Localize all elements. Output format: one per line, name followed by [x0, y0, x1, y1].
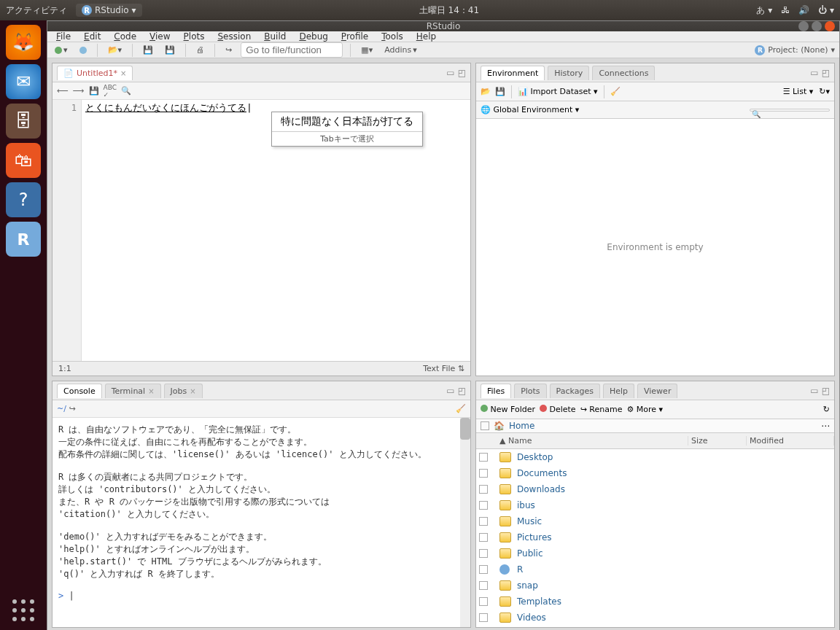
- load-workspace-icon[interactable]: 📂: [481, 87, 491, 96]
- find-icon[interactable]: 🔍: [121, 86, 131, 96]
- minimize-button[interactable]: [798, 21, 809, 31]
- file-row[interactable]: Templates: [476, 594, 834, 610]
- file-name[interactable]: Downloads: [517, 484, 685, 494]
- tab-viewer[interactable]: Viewer: [637, 384, 677, 398]
- menu-edit[interactable]: Edit: [84, 31, 101, 42]
- file-row[interactable]: Music: [476, 513, 834, 529]
- col-modified[interactable]: Modified: [747, 436, 834, 446]
- forward-icon[interactable]: ⟶: [73, 86, 85, 96]
- select-all-checkbox[interactable]: [481, 421, 489, 430]
- clear-workspace-icon[interactable]: 🧹: [610, 87, 621, 96]
- console-output[interactable]: R は、自由なソフトウェアであり、「完全に無保証」です。 一定の条件に従えば、自…: [52, 418, 470, 627]
- file-type-selector[interactable]: Text File ⇅: [423, 364, 464, 373]
- refresh-files-icon[interactable]: ↻: [823, 405, 830, 414]
- file-checkbox[interactable]: [479, 565, 488, 574]
- power-icon[interactable]: ⏻ ▾: [818, 5, 834, 15]
- minimize-pane-icon[interactable]: ▭: [446, 68, 454, 78]
- open-button[interactable]: 📂▾: [105, 44, 125, 56]
- apps-grid-icon[interactable]: [12, 599, 34, 621]
- grid-button[interactable]: ▦▾: [358, 44, 376, 56]
- global-env-selector[interactable]: 🌐 Global Environment ▾: [481, 105, 579, 114]
- list-view-button[interactable]: ☰ List ▾: [783, 87, 814, 96]
- menu-plots[interactable]: Plots: [184, 31, 205, 42]
- addins-menu[interactable]: Addins ▾: [381, 44, 420, 56]
- maximize-pane-icon[interactable]: ◰: [458, 68, 466, 78]
- maximize-pane-icon[interactable]: ◰: [822, 386, 830, 396]
- col-name[interactable]: ▲ Name: [497, 436, 688, 446]
- file-checkbox[interactable]: [479, 613, 488, 622]
- software-icon[interactable]: 🛍: [6, 143, 41, 178]
- file-name[interactable]: R: [517, 564, 685, 575]
- files-icon[interactable]: 🗄: [6, 104, 41, 139]
- tab-connections[interactable]: Connections: [592, 66, 655, 80]
- save-all-button[interactable]: 💾: [162, 44, 178, 56]
- tab-console[interactable]: Console: [57, 384, 102, 398]
- back-icon[interactable]: ⟵: [57, 86, 69, 96]
- env-search-input[interactable]: [750, 109, 830, 112]
- file-row[interactable]: ibus: [476, 497, 834, 513]
- maximize-pane-icon[interactable]: ◰: [822, 68, 830, 78]
- save-source-icon[interactable]: 💾: [89, 86, 99, 96]
- close-button[interactable]: [825, 21, 835, 31]
- new-folder-button[interactable]: New Folder: [481, 405, 535, 414]
- goto-file-input[interactable]: [241, 42, 343, 58]
- rstudio-icon[interactable]: [6, 222, 41, 257]
- ime-candidate[interactable]: 特に問題なく日本語が打てる: [272, 112, 422, 132]
- file-checkbox[interactable]: [479, 533, 488, 542]
- breadcrumb-home[interactable]: Home: [509, 421, 534, 431]
- file-row[interactable]: Desktop: [476, 449, 834, 465]
- tab-help[interactable]: Help: [603, 384, 634, 398]
- activities-button[interactable]: アクティビティ: [6, 4, 67, 17]
- path-menu-icon[interactable]: ⋯: [821, 421, 830, 431]
- source-editor[interactable]: 1 とくにもんだいなくにほんごがうてる| 特に問題なく日本語が打てる Tabキー…: [52, 100, 470, 361]
- tab-files[interactable]: Files: [481, 384, 511, 398]
- home-icon[interactable]: 🏠: [494, 421, 505, 431]
- menu-debug[interactable]: Debug: [299, 31, 327, 42]
- rename-button[interactable]: ↪ Rename: [580, 405, 623, 414]
- maximize-button[interactable]: [812, 21, 822, 31]
- file-name[interactable]: Public: [517, 548, 685, 559]
- menu-file[interactable]: File: [56, 31, 71, 42]
- more-button[interactable]: ⚙ More ▾: [626, 405, 663, 414]
- network-icon[interactable]: 🖧: [781, 5, 790, 15]
- file-checkbox[interactable]: [479, 581, 488, 590]
- tab-jobs[interactable]: Jobs ×: [164, 384, 203, 398]
- file-row[interactable]: Videos: [476, 610, 834, 626]
- refresh-icon[interactable]: ↻▾: [819, 87, 830, 96]
- import-dataset-button[interactable]: 📊 Import Dataset ▾: [518, 87, 598, 96]
- file-row[interactable]: snap: [476, 578, 834, 594]
- menu-session[interactable]: Session: [217, 31, 251, 42]
- file-name[interactable]: Documents: [517, 468, 685, 478]
- scrollbar[interactable]: [460, 418, 470, 627]
- tab-environment[interactable]: Environment: [481, 66, 545, 80]
- menu-help[interactable]: Help: [416, 31, 436, 42]
- tab-plots[interactable]: Plots: [514, 384, 546, 398]
- firefox-icon[interactable]: 🦊: [6, 25, 41, 60]
- maximize-pane-icon[interactable]: ◰: [458, 386, 466, 396]
- print-button[interactable]: 🖨: [193, 44, 207, 56]
- file-name[interactable]: Videos: [517, 612, 685, 623]
- file-checkbox[interactable]: [479, 549, 488, 558]
- file-checkbox[interactable]: [479, 597, 488, 606]
- clear-console-icon[interactable]: 🧹: [456, 404, 466, 413]
- col-size[interactable]: Size: [688, 436, 747, 446]
- volume-icon[interactable]: 🔊: [798, 5, 809, 15]
- help-icon[interactable]: ?: [6, 182, 41, 217]
- file-row[interactable]: Public: [476, 545, 834, 561]
- source-tab[interactable]: 📄Untitled1*×: [57, 66, 133, 80]
- file-row[interactable]: Documents: [476, 465, 834, 481]
- ime-indicator[interactable]: あ ▾: [756, 4, 772, 17]
- clock[interactable]: 土曜日 14：41: [151, 4, 748, 17]
- file-checkbox[interactable]: [479, 485, 488, 494]
- menu-view[interactable]: View: [149, 31, 170, 42]
- file-name[interactable]: Desktop: [517, 452, 685, 462]
- file-name[interactable]: snap: [517, 580, 685, 591]
- ime-candidate-popup[interactable]: 特に問題なく日本語が打てる Tabキーで選択: [271, 112, 423, 147]
- menu-code[interactable]: Code: [114, 31, 136, 42]
- menu-profile[interactable]: Profile: [341, 31, 368, 42]
- file-checkbox[interactable]: [479, 517, 488, 526]
- tab-history[interactable]: History: [548, 66, 589, 80]
- spellcheck-icon[interactable]: ABC✓: [104, 84, 117, 98]
- close-tab-icon[interactable]: ×: [120, 69, 126, 77]
- file-name[interactable]: Templates: [517, 596, 685, 607]
